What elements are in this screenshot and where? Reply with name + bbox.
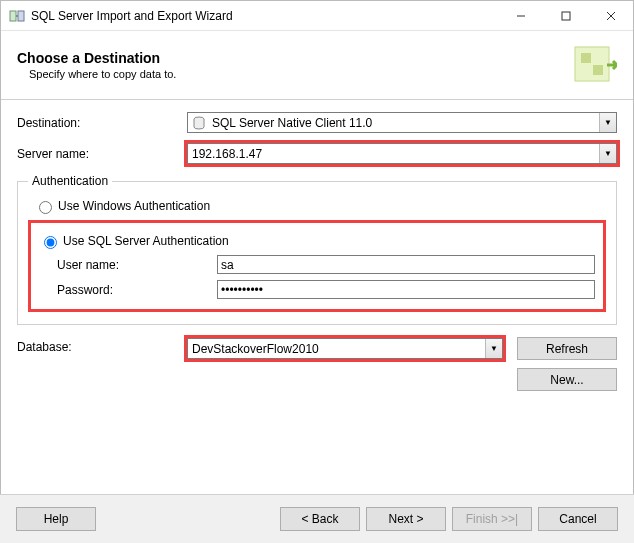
sql-auth-option[interactable]: Use SQL Server Authentication — [39, 233, 595, 249]
wizard-icon — [569, 41, 617, 89]
windows-auth-option[interactable]: Use Windows Authentication — [34, 198, 606, 214]
svg-rect-7 — [581, 53, 591, 63]
svg-rect-1 — [18, 11, 24, 21]
database-value: DevStackoverFlow2010 — [188, 342, 485, 356]
password-input[interactable] — [217, 280, 595, 299]
sql-auth-label: Use SQL Server Authentication — [63, 234, 229, 248]
server-name-label: Server name: — [17, 147, 187, 161]
window-title: SQL Server Import and Export Wizard — [31, 9, 498, 23]
windows-auth-radio[interactable] — [39, 201, 52, 214]
help-button[interactable]: Help — [16, 507, 96, 531]
svg-rect-3 — [562, 12, 570, 20]
chevron-down-icon: ▼ — [599, 144, 616, 163]
app-icon — [9, 8, 25, 24]
titlebar: SQL Server Import and Export Wizard — [1, 1, 633, 31]
password-label: Password: — [57, 283, 217, 297]
svg-rect-6 — [575, 47, 609, 81]
server-name-value: 192.168.1.47 — [188, 147, 599, 161]
svg-rect-0 — [10, 11, 16, 21]
chevron-down-icon: ▼ — [485, 339, 502, 358]
database-driver-icon — [191, 115, 207, 131]
chevron-down-icon: ▼ — [599, 113, 616, 132]
new-database-button[interactable]: New... — [517, 368, 617, 391]
close-button[interactable] — [588, 1, 633, 30]
finish-button: Finish >>| — [452, 507, 532, 531]
page-title: Choose a Destination — [17, 50, 569, 66]
destination-dropdown[interactable]: SQL Server Native Client 11.0 ▼ — [187, 112, 617, 133]
minimize-button[interactable] — [498, 1, 543, 30]
database-dropdown[interactable]: DevStackoverFlow2010 ▼ — [187, 338, 503, 359]
username-label: User name: — [57, 258, 217, 272]
server-name-dropdown[interactable]: 192.168.1.47 ▼ — [187, 143, 617, 164]
destination-value: SQL Server Native Client 11.0 — [210, 116, 599, 130]
page-subtitle: Specify where to copy data to. — [29, 68, 569, 80]
authentication-legend: Authentication — [28, 174, 112, 188]
sql-auth-block: Use SQL Server Authentication User name:… — [28, 220, 606, 312]
refresh-button[interactable]: Refresh — [517, 337, 617, 360]
sql-auth-radio[interactable] — [44, 236, 57, 249]
username-input[interactable] — [217, 255, 595, 274]
cancel-button[interactable]: Cancel — [538, 507, 618, 531]
wizard-footer: Help < Back Next > Finish >>| Cancel — [0, 494, 634, 543]
svg-rect-8 — [593, 65, 603, 75]
destination-label: Destination: — [17, 116, 187, 130]
wizard-header: Choose a Destination Specify where to co… — [1, 31, 633, 100]
windows-auth-label: Use Windows Authentication — [58, 199, 210, 213]
back-button[interactable]: < Back — [280, 507, 360, 531]
next-button[interactable]: Next > — [366, 507, 446, 531]
authentication-group: Authentication Use Windows Authenticatio… — [17, 174, 617, 325]
maximize-button[interactable] — [543, 1, 588, 30]
database-label: Database: — [17, 337, 187, 354]
